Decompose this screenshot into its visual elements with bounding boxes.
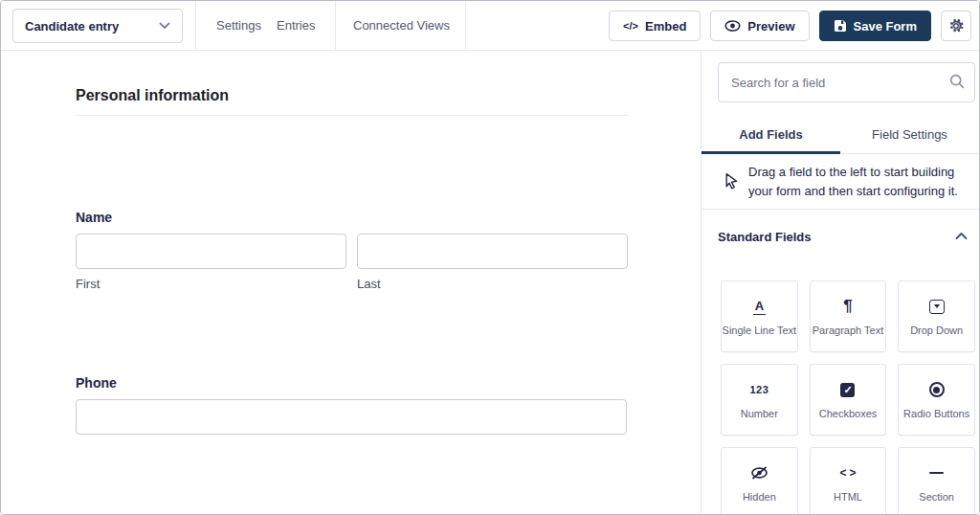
phone-input[interactable]: [76, 399, 627, 435]
embed-button[interactable]: </> Embed: [609, 11, 701, 41]
field-button-label: Paragraph Text: [813, 325, 883, 336]
field-button-label: Single Line Text: [723, 325, 796, 336]
save-form-button[interactable]: Save Form: [819, 11, 931, 41]
toolbar-divider: [335, 1, 336, 51]
gear-icon: [947, 17, 965, 34]
field-button-checkboxes[interactable]: ✓ Checkboxes: [810, 364, 887, 436]
form-selector-dropdown[interactable]: Candidate entry: [12, 9, 183, 43]
field-button-drop-down[interactable]: Drop Down: [898, 280, 975, 352]
field-button-label: Hidden: [743, 491, 776, 503]
field-button-number[interactable]: 123 Number: [721, 364, 798, 436]
name-last-sublabel: Last: [357, 277, 381, 291]
field-button-hidden[interactable]: Hidden: [721, 447, 798, 515]
toolbar-divider: [195, 1, 196, 51]
name-first-sublabel: First: [76, 277, 100, 291]
checkbox-icon: ✓: [840, 383, 855, 397]
top-toolbar: Candidate entry Settings Entries Connect…: [1, 1, 979, 51]
field-button-label: Checkboxes: [819, 408, 878, 419]
field-button-label: Radio Buttons: [903, 408, 969, 419]
title-divider: [76, 115, 628, 116]
dropdown-icon: [929, 300, 945, 314]
chevron-down-icon: [159, 22, 170, 30]
embed-button-label: Embed: [645, 19, 686, 34]
form-canvas: Personal information Name First Last Pho…: [1, 51, 701, 514]
eye-icon: [724, 20, 741, 32]
field-button-label: Section: [919, 491, 954, 503]
cursor-icon: [724, 172, 739, 190]
settings-gear-button[interactable]: [941, 11, 971, 41]
field-button-label: Drop Down: [910, 325, 963, 336]
form-selector-label: Candidate entry: [25, 19, 119, 34]
code-icon: </>: [623, 20, 638, 32]
field-button-label: Number: [741, 408, 778, 419]
name-last-input[interactable]: [357, 234, 628, 269]
field-button-label: HTML: [834, 491, 862, 503]
name-field-label: Name: [76, 210, 112, 225]
tab-field-settings[interactable]: Field Settings: [840, 116, 979, 153]
drag-hint-text: Drag a field to the left to start buildi…: [748, 163, 970, 201]
standard-fields-grid: A Single Line Text ¶ Paragraph Text Drop…: [721, 280, 975, 515]
field-button-radio-buttons[interactable]: Radio Buttons: [898, 364, 975, 436]
radio-icon: [929, 382, 945, 397]
field-button-single-line-text[interactable]: A Single Line Text: [721, 280, 798, 352]
form-builder-window: Candidate entry Settings Entries Connect…: [0, 0, 980, 515]
save-form-button-label: Save Form: [854, 19, 917, 34]
field-button-section[interactable]: Section: [898, 447, 975, 515]
html-icon: <>: [836, 466, 858, 480]
nav-connected-views[interactable]: Connected Views: [353, 1, 450, 51]
field-button-paragraph-text[interactable]: ¶ Paragraph Text: [810, 280, 887, 352]
paragraph-icon: ¶: [843, 297, 852, 316]
hidden-eye-off-icon: [750, 465, 768, 481]
preview-button[interactable]: Preview: [710, 11, 809, 41]
toolbar-divider: [465, 1, 466, 51]
form-title: Personal information: [76, 87, 229, 104]
chevron-up-icon: [955, 232, 968, 240]
field-panel-sidebar: Add Fields Field Settings Drag a field t…: [701, 51, 979, 514]
nav-entries[interactable]: Entries: [277, 1, 315, 51]
standard-fields-header[interactable]: Standard Fields: [702, 219, 979, 258]
nav-settings[interactable]: Settings: [216, 1, 261, 51]
field-button-html[interactable]: <> HTML: [810, 447, 887, 515]
search-icon: [949, 74, 965, 89]
preview-button-label: Preview: [747, 19, 794, 34]
name-first-input[interactable]: [76, 234, 346, 269]
phone-field-label: Phone: [76, 375, 117, 391]
standard-fields-title: Standard Fields: [718, 230, 812, 244]
number-icon: 123: [749, 384, 768, 395]
sidebar-tabs: Add Fields Field Settings: [702, 116, 979, 154]
single-line-text-icon: A: [753, 299, 766, 315]
save-icon: [834, 19, 847, 33]
section-icon: [929, 472, 944, 475]
field-search: [718, 62, 975, 102]
tab-add-fields[interactable]: Add Fields: [702, 116, 840, 153]
search-input[interactable]: [718, 62, 975, 102]
toolbar-actions: </> Embed Preview Save Form: [609, 11, 971, 41]
drag-hint: Drag a field to the left to start buildi…: [702, 154, 979, 210]
